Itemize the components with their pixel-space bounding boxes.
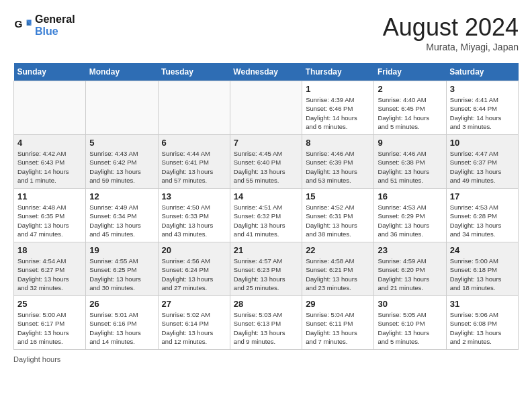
calendar-cell: 4Sunrise: 4:42 AM Sunset: 6:43 PM Daylig…	[14, 135, 86, 189]
day-number: 15	[306, 191, 370, 201]
day-number: 18	[17, 245, 82, 255]
day-info: Sunrise: 4:51 AM Sunset: 6:32 PM Dayligh…	[234, 203, 298, 238]
calendar-cell: 30Sunrise: 5:05 AM Sunset: 6:10 PM Dayli…	[374, 296, 446, 350]
month-title: August 2024	[383, 13, 519, 42]
location-title: Murata, Miyagi, Japan	[383, 42, 519, 52]
calendar-cell: 15Sunrise: 4:52 AM Sunset: 6:31 PM Dayli…	[302, 189, 374, 242]
calendar-cell: 8Sunrise: 4:46 AM Sunset: 6:39 PM Daylig…	[302, 135, 374, 189]
day-info: Sunrise: 4:55 AM Sunset: 6:25 PM Dayligh…	[89, 257, 154, 292]
day-info: Sunrise: 4:56 AM Sunset: 6:24 PM Dayligh…	[162, 257, 226, 292]
day-info: Sunrise: 5:02 AM Sunset: 6:14 PM Dayligh…	[162, 310, 226, 346]
calendar-cell: 9Sunrise: 4:46 AM Sunset: 6:38 PM Daylig…	[374, 135, 446, 189]
day-info: Sunrise: 5:04 AM Sunset: 6:11 PM Dayligh…	[306, 310, 370, 346]
calendar-cell	[14, 81, 86, 135]
day-info: Sunrise: 4:46 AM Sunset: 6:38 PM Dayligh…	[378, 149, 442, 185]
day-number: 20	[162, 245, 226, 255]
day-number: 28	[234, 299, 298, 309]
col-monday: Monday	[86, 63, 158, 81]
day-info: Sunrise: 4:49 AM Sunset: 6:34 PM Dayligh…	[89, 203, 154, 238]
calendar-cell: 31Sunrise: 5:06 AM Sunset: 6:08 PM Dayli…	[446, 296, 518, 350]
daylight-label: Daylight hours	[13, 355, 60, 363]
day-number: 6	[162, 138, 226, 148]
calendar-cell: 10Sunrise: 4:47 AM Sunset: 6:37 PM Dayli…	[446, 135, 518, 189]
calendar-cell: 2Sunrise: 4:40 AM Sunset: 6:45 PM Daylig…	[374, 81, 446, 135]
day-info: Sunrise: 5:05 AM Sunset: 6:10 PM Dayligh…	[378, 310, 442, 346]
col-saturday: Saturday	[446, 63, 518, 81]
day-info: Sunrise: 4:40 AM Sunset: 6:45 PM Dayligh…	[378, 95, 442, 131]
col-tuesday: Tuesday	[158, 63, 230, 81]
day-number: 31	[450, 299, 515, 309]
day-number: 12	[89, 191, 154, 201]
day-number: 7	[234, 138, 298, 148]
day-info: Sunrise: 5:00 AM Sunset: 6:17 PM Dayligh…	[17, 310, 82, 346]
col-thursday: Thursday	[302, 63, 374, 81]
page-header: G General Blue August 2024 Murata, Miyag…	[13, 13, 519, 52]
day-number: 5	[89, 138, 154, 148]
svg-text:G: G	[14, 18, 22, 30]
calendar-cell: 17Sunrise: 4:53 AM Sunset: 6:28 PM Dayli…	[446, 189, 518, 242]
calendar-cell	[86, 81, 158, 135]
day-number: 13	[162, 191, 226, 201]
day-info: Sunrise: 5:00 AM Sunset: 6:18 PM Dayligh…	[450, 257, 515, 292]
day-info: Sunrise: 4:59 AM Sunset: 6:20 PM Dayligh…	[378, 257, 442, 292]
day-info: Sunrise: 4:44 AM Sunset: 6:41 PM Dayligh…	[162, 149, 226, 185]
calendar-cell: 28Sunrise: 5:03 AM Sunset: 6:13 PM Dayli…	[230, 296, 302, 350]
calendar-cell: 6Sunrise: 4:44 AM Sunset: 6:41 PM Daylig…	[158, 135, 230, 189]
calendar-cell: 25Sunrise: 5:00 AM Sunset: 6:17 PM Dayli…	[14, 296, 86, 350]
day-number: 1	[306, 84, 370, 94]
calendar-cell: 5Sunrise: 4:43 AM Sunset: 6:42 PM Daylig…	[86, 135, 158, 189]
day-number: 19	[89, 245, 154, 255]
day-number: 29	[306, 299, 370, 309]
logo-text: General Blue	[35, 13, 75, 38]
calendar-cell: 23Sunrise: 4:59 AM Sunset: 6:20 PM Dayli…	[374, 242, 446, 296]
calendar-cell: 1Sunrise: 4:39 AM Sunset: 6:46 PM Daylig…	[302, 81, 374, 135]
day-number: 27	[162, 299, 226, 309]
footer: Daylight hours	[13, 355, 519, 363]
calendar-cell: 3Sunrise: 4:41 AM Sunset: 6:44 PM Daylig…	[446, 81, 518, 135]
col-sunday: Sunday	[14, 63, 86, 81]
calendar-week-1: 1Sunrise: 4:39 AM Sunset: 6:46 PM Daylig…	[14, 81, 519, 135]
day-number: 14	[234, 191, 298, 201]
calendar-cell: 29Sunrise: 5:04 AM Sunset: 6:11 PM Dayli…	[302, 296, 374, 350]
calendar-cell: 24Sunrise: 5:00 AM Sunset: 6:18 PM Dayli…	[446, 242, 518, 296]
day-number: 3	[450, 84, 515, 94]
title-block: August 2024 Murata, Miyagi, Japan	[383, 13, 519, 52]
day-info: Sunrise: 4:58 AM Sunset: 6:21 PM Dayligh…	[306, 257, 370, 292]
day-number: 10	[450, 138, 515, 148]
calendar-cell: 16Sunrise: 4:53 AM Sunset: 6:29 PM Dayli…	[374, 189, 446, 242]
day-info: Sunrise: 4:46 AM Sunset: 6:39 PM Dayligh…	[306, 149, 370, 185]
day-info: Sunrise: 4:39 AM Sunset: 6:46 PM Dayligh…	[306, 95, 370, 131]
day-info: Sunrise: 4:54 AM Sunset: 6:27 PM Dayligh…	[17, 257, 82, 292]
calendar-cell: 21Sunrise: 4:57 AM Sunset: 6:23 PM Dayli…	[230, 242, 302, 296]
day-number: 16	[378, 191, 442, 201]
day-number: 21	[234, 245, 298, 255]
calendar-cell: 27Sunrise: 5:02 AM Sunset: 6:14 PM Dayli…	[158, 296, 230, 350]
day-info: Sunrise: 5:06 AM Sunset: 6:08 PM Dayligh…	[450, 310, 515, 346]
day-number: 2	[378, 84, 442, 94]
col-wednesday: Wednesday	[230, 63, 302, 81]
day-number: 4	[17, 138, 82, 148]
day-number: 11	[17, 191, 82, 201]
day-number: 26	[89, 299, 154, 309]
col-friday: Friday	[374, 63, 446, 81]
day-info: Sunrise: 5:01 AM Sunset: 6:16 PM Dayligh…	[89, 310, 154, 346]
day-info: Sunrise: 4:45 AM Sunset: 6:40 PM Dayligh…	[234, 149, 298, 185]
day-info: Sunrise: 4:53 AM Sunset: 6:29 PM Dayligh…	[378, 203, 442, 238]
day-info: Sunrise: 4:42 AM Sunset: 6:43 PM Dayligh…	[17, 149, 82, 185]
day-info: Sunrise: 4:43 AM Sunset: 6:42 PM Dayligh…	[89, 149, 154, 185]
calendar-week-2: 4Sunrise: 4:42 AM Sunset: 6:43 PM Daylig…	[14, 135, 519, 189]
day-info: Sunrise: 4:41 AM Sunset: 6:44 PM Dayligh…	[450, 95, 515, 131]
day-info: Sunrise: 4:48 AM Sunset: 6:35 PM Dayligh…	[17, 203, 82, 238]
logo: G General Blue	[13, 13, 75, 38]
day-number: 23	[378, 245, 442, 255]
day-info: Sunrise: 4:52 AM Sunset: 6:31 PM Dayligh…	[306, 203, 370, 238]
calendar-cell: 20Sunrise: 4:56 AM Sunset: 6:24 PM Dayli…	[158, 242, 230, 296]
calendar-table: Sunday Monday Tuesday Wednesday Thursday…	[13, 63, 519, 350]
day-number: 30	[378, 299, 442, 309]
calendar-cell: 13Sunrise: 4:50 AM Sunset: 6:33 PM Dayli…	[158, 189, 230, 242]
calendar-cell: 14Sunrise: 4:51 AM Sunset: 6:32 PM Dayli…	[230, 189, 302, 242]
calendar-cell	[158, 81, 230, 135]
calendar-cell: 12Sunrise: 4:49 AM Sunset: 6:34 PM Dayli…	[86, 189, 158, 242]
day-info: Sunrise: 5:03 AM Sunset: 6:13 PM Dayligh…	[234, 310, 298, 346]
calendar-cell: 18Sunrise: 4:54 AM Sunset: 6:27 PM Dayli…	[14, 242, 86, 296]
